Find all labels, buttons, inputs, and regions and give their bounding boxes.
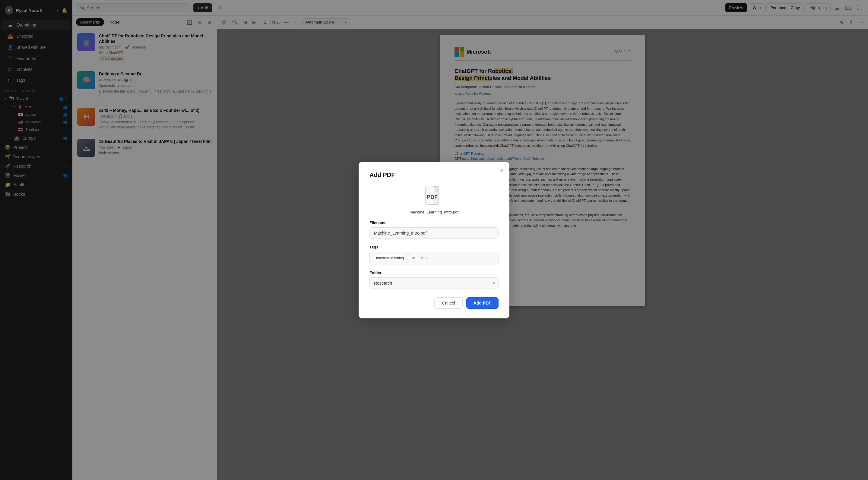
- modal-close-button[interactable]: ×: [500, 167, 503, 174]
- folder-select[interactable]: Research Projects Travel Health Books: [369, 277, 499, 289]
- tags-label: Tags: [369, 245, 499, 249]
- tag-pill[interactable]: machine-learning: [373, 255, 407, 261]
- folder-label: Folder: [369, 270, 499, 275]
- folder-select-wrapper: Research Projects Travel Health Books ▾: [369, 277, 499, 289]
- add-pdf-modal: × Add PDF PDF Machine_Learning_Intro.pdf…: [359, 162, 509, 318]
- svg-text:PDF: PDF: [427, 194, 438, 200]
- filename-label: Filename: [369, 220, 499, 225]
- tags-input[interactable]: machine-learning ai Tags: [369, 252, 499, 264]
- modal-title: Add PDF: [369, 171, 499, 179]
- modal-overlay[interactable]: × Add PDF PDF Machine_Learning_Intro.pdf…: [0, 0, 868, 480]
- tag-pill[interactable]: ai: [409, 255, 418, 261]
- modal-file-icon: PDF Machine_Learning_Intro.pdf: [369, 186, 499, 214]
- modal-actions: Cancel Add PDF: [369, 297, 499, 309]
- cancel-button[interactable]: Cancel: [434, 297, 463, 309]
- tags-placeholder: Tags: [420, 256, 428, 260]
- modal-filename-display: Machine_Learning_Intro.pdf: [409, 210, 459, 214]
- filename-input[interactable]: [369, 227, 499, 239]
- add-pdf-button[interactable]: Add PDF: [466, 297, 499, 309]
- pdf-file-icon: PDF: [424, 186, 444, 207]
